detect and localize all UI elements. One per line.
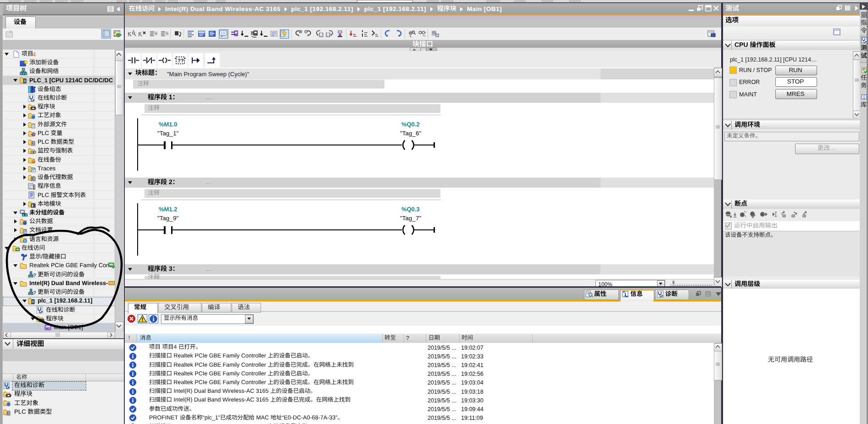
svg-text:??: ?? — [178, 58, 184, 63]
